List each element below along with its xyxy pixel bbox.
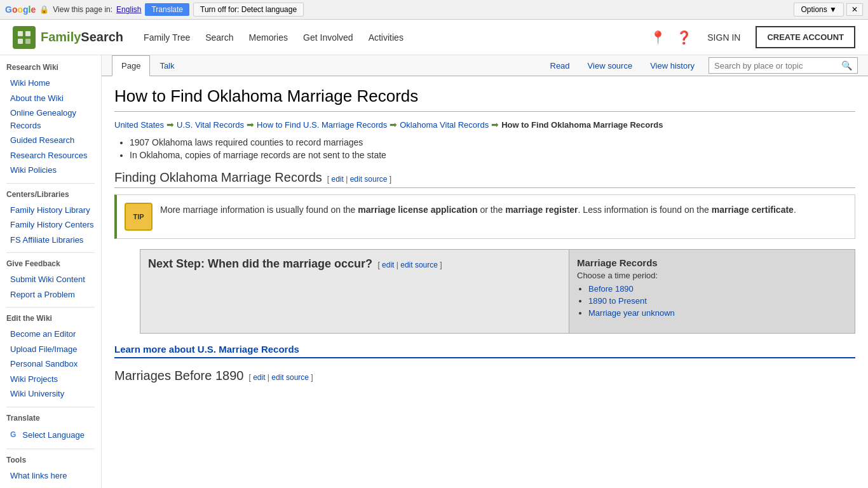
sidebar-item-wiki-policies[interactable]: Wiki Policies [6,163,95,178]
tip-box: TIP More marriage information is usually… [114,194,855,239]
nav-get-involved[interactable]: Get Involved [302,30,355,45]
tip-icon: TIP [125,203,153,231]
options-button[interactable]: Options ▼ [794,3,844,17]
svg-rect-0 [18,31,23,36]
finding-edit-links: [ edit | edit source ] [327,175,391,184]
sidebar-item-wiki-home[interactable]: Wiki Home [6,76,95,91]
tab-read[interactable]: Read [541,56,579,76]
step-right-title: Marriage Records [577,257,847,268]
breadcrumb-arrow-1: ➡ [166,119,174,130]
location-icon[interactable]: 📍 [650,30,666,45]
main-navigation: Family Tree Search Memories Get Involved… [142,30,405,45]
create-account-button[interactable]: CREATE ACCOUNT [756,26,855,48]
search-box: 🔍 [709,57,858,74]
google-logo: Google [5,4,36,15]
step-edit-link[interactable]: edit [382,261,394,269]
article-title: How to Find Oklahoma Marriage Records [114,86,855,112]
sidebar-item-guided-research[interactable]: Guided Research [6,133,95,148]
search-button[interactable]: 🔍 [836,58,857,73]
tip-text-after: . Less information is found on the [578,205,712,215]
tip-bold1: marriage license application [358,205,477,215]
step-option-before1890: Before 1890 [588,284,847,294]
sidebar: Research Wiki Wiki Home About the Wiki O… [0,55,102,488]
tab-page[interactable]: Page [112,55,150,76]
sidebar-item-wiki-projects[interactable]: Wiki Projects [6,372,95,387]
finding-title: Finding Oklahoma Marriage Records [114,170,322,185]
learn-more-link[interactable]: Learn more about U.S. Marriage Records [114,344,855,358]
main-content: Page Talk Read View source View history … [102,55,868,488]
step-edit-source-link[interactable]: edit source [400,261,438,269]
nav-activities[interactable]: Activities [367,30,405,45]
step-option-1890present-link[interactable]: 1890 to Present [588,296,647,306]
sidebar-item-related-changes[interactable]: Related changes [6,484,95,489]
sidebar-item-personal-sandbox[interactable]: Personal Sandbox [6,356,95,372]
sidebar-item-submit-wiki[interactable]: Submit Wiki Content [6,272,95,287]
header-right: 📍 ❓ SIGN IN CREATE ACCOUNT [650,26,855,48]
tip-period: . [794,205,796,215]
breadcrumb-us-marriage[interactable]: How to Find U.S. Marriage Records [257,120,387,130]
tip-text-before: More marriage information is usually fou… [160,205,358,215]
intro-item-2: In Oklahoma, copies of marriage records … [130,150,855,160]
sidebar-item-online-records[interactable]: Online Genealogy Records [6,105,95,133]
tip-bold3: marriage certificate [712,205,794,215]
translate-button[interactable]: Translate [145,3,189,16]
tip-bold2: marriage register [505,205,578,215]
sidebar-item-become-editor[interactable]: Become an Editor [6,327,95,342]
step-option-unknown-link[interactable]: Marriage year unknown [588,308,675,318]
svg-rect-1 [25,31,31,36]
sidebar-item-about-wiki[interactable]: About the Wiki [6,91,95,106]
step-option-before1890-link[interactable]: Before 1890 [588,284,634,294]
tip-text-middle: or the [478,205,506,215]
breadcrumb-oklahoma-vital[interactable]: Oklahoma Vital Records [400,120,489,130]
view-page-label: View this page in: [53,5,112,14]
step-options-list: Before 1890 1890 to Present Marriage yea… [588,284,847,318]
tab-view-history[interactable]: View history [641,56,703,76]
sidebar-item-select-language[interactable]: Select Language [18,428,85,443]
sign-in-button[interactable]: SIGN IN [702,30,745,45]
finding-edit-source-link[interactable]: edit source [350,175,388,184]
close-button[interactable]: ✕ [846,3,863,16]
step-option-unknown: Marriage year unknown [588,308,847,318]
next-step-label: Next Step: When did the marriage occur? [148,257,372,270]
search-input[interactable] [709,58,836,73]
breadcrumb-us[interactable]: United States [114,120,164,130]
breadcrumb-arrow-2: ➡ [247,119,254,130]
language-link[interactable]: English [116,5,141,14]
help-icon[interactable]: ❓ [676,30,692,45]
logo-text[interactable]: FamilySearch [41,30,123,44]
finding-edit-link[interactable]: edit [331,175,343,184]
sidebar-item-wiki-university[interactable]: Wiki University [6,386,95,402]
logo-area: FamilySearch [13,26,123,49]
familysearch-logo-icon [13,26,36,49]
sidebar-item-family-history-centers[interactable]: Family History Centers [6,217,95,233]
sidebar-item-family-history-library[interactable]: Family History Library [6,203,95,218]
intro-list: 1907 Oklahoma laws required counties to … [130,137,855,160]
breadcrumb-vital-records[interactable]: U.S. Vital Records [177,120,244,130]
sidebar-item-what-links[interactable]: What links here [6,468,95,484]
nav-search[interactable]: Search [204,30,234,45]
breadcrumb: United States ➡ U.S. Vital Records ➡ How… [114,119,855,130]
marriages-before-title: Marriages Before 1890 [114,369,243,383]
tab-actions: Read View source View history 🔍 [541,56,858,76]
nav-family-tree[interactable]: Family Tree [142,30,191,45]
tab-bar: Page Talk Read View source View history … [102,55,868,76]
sidebar-section-edit: Edit the Wiki [6,314,95,323]
step-edit-links: [ edit | edit source ] [376,261,442,269]
next-step-table: Next Step: When did the marriage occur? … [140,249,855,334]
sidebar-item-research-resources[interactable]: Research Resources [6,148,95,163]
tab-view-source[interactable]: View source [579,56,642,76]
step-option-1890present: 1890 to Present [588,296,847,306]
sidebar-section-centers: Centers/Libraries [6,190,95,199]
turnoff-button[interactable]: Turn off for: Detect language [193,3,304,17]
step-right-cell: Marriage Records Choose a time period: B… [569,250,855,334]
marriages-before-heading: Marriages Before 1890 [ edit | edit sour… [114,369,855,383]
sidebar-item-report-problem[interactable]: Report a Problem [6,287,95,302]
sidebar-item-fs-affiliate[interactable]: FS Affiliate Libraries [6,233,95,248]
nav-memories[interactable]: Memories [248,30,289,45]
sidebar-item-upload-file[interactable]: Upload File/Image [6,342,95,357]
main-header: FamilySearch Family Tree Search Memories… [0,20,868,55]
marriages-before-edit-source-link[interactable]: edit source [271,373,309,382]
tab-talk[interactable]: Talk [150,55,184,76]
marriages-before-edit-link[interactable]: edit [253,373,265,382]
sidebar-section-translate: Translate [6,414,95,423]
